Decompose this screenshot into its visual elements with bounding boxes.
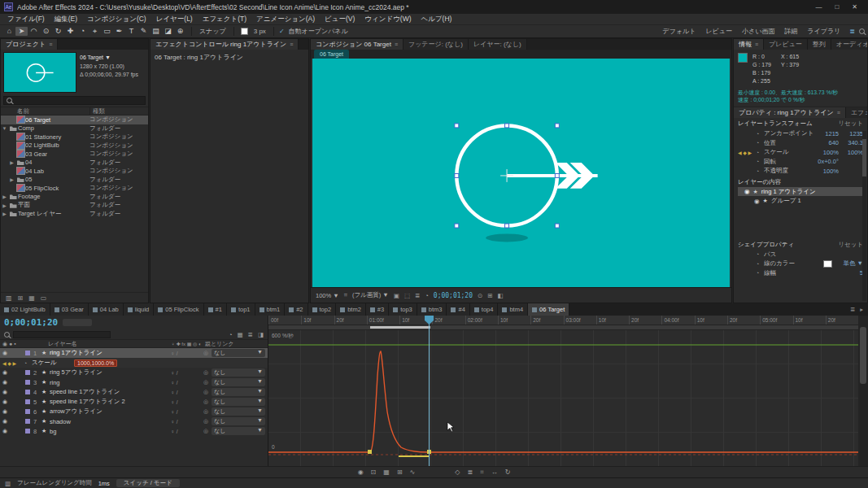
project-item-row[interactable]: ▶ Footage フォルダー — [1, 193, 148, 202]
stopwatch-icon[interactable]: ◔ — [24, 360, 32, 366]
layer-color-chip[interactable] — [25, 419, 33, 424]
eye-icon[interactable]: ◉ — [2, 418, 11, 425]
layer-color-chip[interactable] — [25, 370, 33, 375]
keyframe-nav-icon[interactable]: ◀ ◆ ▶ — [738, 150, 756, 155]
layer-color-chip[interactable] — [25, 390, 33, 394]
layer-row[interactable]: ◉ 7 ★ shadow ♀ / ◎ なし▼ ◀ ◆ ▶ ◔ shadow — [0, 416, 268, 426]
show-properties-icon[interactable]: ⊡ — [371, 468, 377, 476]
grid-guides-icon[interactable]: ⌗ — [344, 291, 347, 299]
stopwatch-icon[interactable]: ◔ — [756, 131, 764, 137]
tab-layer[interactable]: レイヤー: (なし) — [469, 39, 527, 50]
new-composition-icon[interactable]: ▦ — [28, 294, 35, 302]
composition-mini-flowchart-icon[interactable]: ◔ — [229, 331, 233, 338]
workspace-item[interactable]: 詳細 — [779, 27, 802, 36]
zoom-select[interactable]: 100% ▼ — [316, 292, 339, 299]
timeline-tab[interactable]: btm4 — [498, 303, 528, 316]
layer-color-chip[interactable] — [25, 380, 33, 385]
layer-contents-row[interactable]: ◉ ★ ring 1 アウトライン — [738, 187, 863, 197]
eye-icon[interactable]: ◉ — [2, 369, 11, 376]
parent-link-select[interactable]: なし▼ — [212, 349, 265, 357]
eye-icon[interactable]: ◉ — [2, 350, 11, 356]
layer-color-chip[interactable] — [25, 399, 33, 404]
eye-icon[interactable]: ◉ — [2, 399, 11, 405]
stopwatch-icon[interactable]: ◔ — [756, 140, 764, 146]
project-item-row[interactable]: 03 Gear コンポジション — [1, 150, 148, 159]
parent-pickwhip-icon[interactable]: ◎ — [203, 428, 212, 434]
panel-menu-icon[interactable]: ≡ — [837, 110, 840, 115]
expand-caret-icon[interactable]: ▶ — [1, 194, 8, 199]
property-value-y[interactable]: 1235 — [839, 130, 863, 137]
timeline-scrollbar[interactable] — [858, 316, 868, 466]
property-value-y[interactable]: 100% — [839, 149, 863, 156]
parent-link-select[interactable]: なし▼ — [212, 378, 265, 386]
stroke-color-swatch[interactable] — [823, 260, 832, 268]
tool-icon[interactable]: ◔ — [76, 27, 89, 36]
tab-info[interactable]: 情報≡ — [734, 39, 764, 50]
separate-dimensions-icon[interactable]: ⌗ — [480, 468, 484, 477]
timeline-tab[interactable]: liquid — [124, 303, 155, 316]
tool-icon[interactable]: ◪ — [162, 27, 174, 36]
parent-pickwhip-icon[interactable]: ◎ — [203, 408, 212, 415]
selected-range-bar[interactable] — [370, 326, 430, 329]
expand-caret-icon[interactable]: ▶ — [8, 159, 15, 165]
path-property-row[interactable]: ◔ パス — [738, 250, 863, 259]
timeline-tab[interactable]: btm1 — [255, 303, 286, 316]
timeline-tab[interactable]: top3 — [389, 303, 417, 316]
panel-menu-icon[interactable]: ≡ — [755, 41, 758, 47]
checkbox-icon[interactable]: ✓ — [279, 28, 285, 35]
tab-preview[interactable]: プレビュー — [764, 39, 808, 50]
stopwatch-icon[interactable]: ◔ — [756, 261, 764, 267]
project-item-row[interactable]: 06 Target コンポジション — [1, 115, 148, 124]
transparency-grid-icon[interactable]: ⬚ — [404, 292, 410, 299]
snap-toggle[interactable]: スナップ — [197, 27, 229, 36]
tab-footage[interactable]: フッテージ: (なし) — [403, 39, 469, 50]
eye-icon[interactable]: ◉ — [754, 198, 760, 205]
playhead-line[interactable] — [429, 316, 430, 466]
layer-name[interactable]: bg — [50, 428, 171, 435]
snap-icon[interactable]: ⊞ — [397, 468, 403, 476]
menu-item[interactable]: ウィンドウ(W) — [360, 15, 416, 24]
project-search-input[interactable] — [3, 96, 146, 105]
workspace-menu-icon[interactable]: ≣ — [846, 28, 858, 35]
comp-current-time[interactable]: 0;00;01;20 — [434, 292, 473, 299]
timeline-tab[interactable]: btm2 — [336, 303, 366, 316]
property-value-x[interactable]: 1215 — [814, 130, 839, 137]
current-timecode[interactable]: 0;00;01;20 — [4, 317, 58, 328]
column-switches-icons[interactable]: ♀ ✚ fx ▦ ◎ ◐ — [168, 341, 205, 346]
stopwatch-icon[interactable]: ◔ — [756, 270, 764, 276]
layer-row[interactable]: ◉ 3 ★ ring ♀ / ◎ なし▼ ◀ ◆ ▶ ◔ ring — [0, 377, 268, 387]
tool-icon[interactable]: ▤ — [150, 27, 162, 36]
tab-effects-presets[interactable]: エフェクト&プリ — [846, 107, 867, 118]
tab-audio[interactable]: オーディオ — [831, 39, 867, 50]
layer-contents-row[interactable]: ◉ ★ グループ 1 — [738, 196, 863, 206]
workspace-item[interactable]: ライブラリ — [802, 27, 845, 36]
property-value[interactable]: 1000,1000.0% — [74, 359, 117, 367]
stroke-color-row[interactable]: ◔ 線のカラー 単色 ▼ — [738, 259, 863, 268]
auto-zoom-icon[interactable]: ∿ — [410, 468, 416, 476]
layer-row[interactable]: ◉ ★ スケール ♀ / ◎ ▼ ◀ ◆ ▶ ◔ スケール 1000,1000.… — [0, 358, 268, 368]
tab-properties[interactable]: プロパティ : ring 1アウトライン≡ — [734, 107, 846, 118]
timeline-search-input[interactable] — [13, 331, 111, 338]
tool-icon[interactable]: ✚ — [64, 27, 76, 36]
channels-icon[interactable]: ◧ — [498, 292, 504, 299]
menu-item[interactable]: アニメーション(A) — [251, 15, 320, 24]
tool-icon[interactable]: ⌂ — [3, 27, 15, 36]
tool-icon[interactable]: ✒ — [113, 27, 125, 36]
column-type[interactable]: 種類 — [89, 107, 148, 115]
parent-pickwhip-icon[interactable]: ◎ — [203, 389, 212, 395]
project-item-row[interactable]: 05 FlipClock コンポジション — [1, 184, 148, 193]
parent-link-select[interactable]: なし▼ — [212, 398, 265, 406]
expand-caret-icon[interactable]: ▶ — [8, 176, 15, 182]
timeline-tab[interactable]: btm3 — [417, 303, 447, 316]
draft-3d-icon[interactable]: ▦ — [238, 331, 243, 338]
layer-switches[interactable]: ♀ / — [171, 370, 203, 376]
tab-align[interactable]: 整列 — [808, 39, 831, 50]
layer-name[interactable]: ring 5アウトライン — [50, 368, 171, 377]
layer-row[interactable]: ◉ 6 ★ arrowアウトライン ♀ / ◎ なし▼ ◀ ◆ ▶ ◔ arro… — [0, 407, 268, 416]
fit-selection-icon[interactable]: ◇ — [455, 468, 460, 477]
layer-name[interactable]: speed line 1アウトライン — [50, 388, 171, 396]
menu-item[interactable]: エフェクト(T) — [198, 15, 251, 24]
layer-switches[interactable]: ♀ / — [171, 351, 203, 356]
parent-pickwhip-icon[interactable]: ◎ — [203, 350, 212, 356]
speed-curve[interactable] — [268, 351, 858, 452]
